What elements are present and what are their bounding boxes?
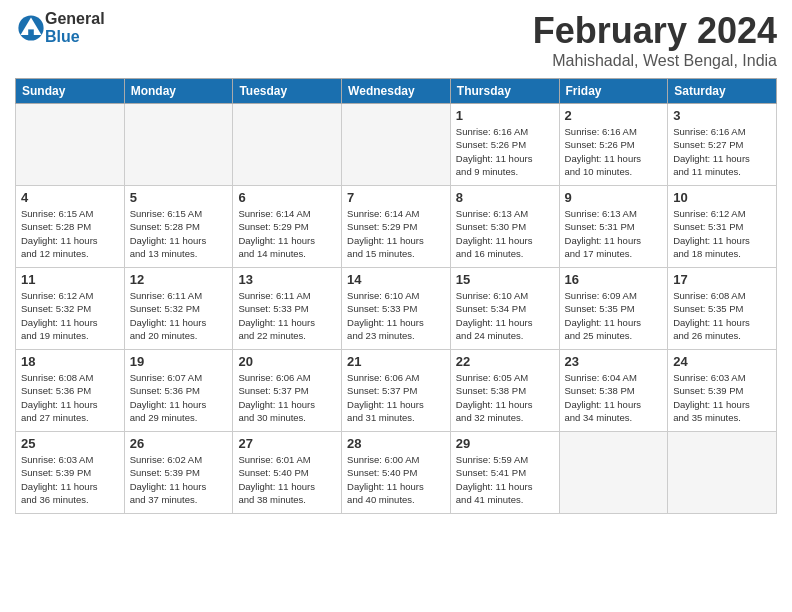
calendar-table: SundayMondayTuesdayWednesdayThursdayFrid… (15, 78, 777, 514)
day-info: Sunrise: 6:00 AM Sunset: 5:40 PM Dayligh… (347, 453, 445, 506)
day-number: 9 (565, 190, 663, 205)
day-number: 12 (130, 272, 228, 287)
day-cell: 12Sunrise: 6:11 AM Sunset: 5:32 PM Dayli… (124, 268, 233, 350)
day-number: 26 (130, 436, 228, 451)
svg-rect-2 (28, 29, 34, 35)
day-cell: 20Sunrise: 6:06 AM Sunset: 5:37 PM Dayli… (233, 350, 342, 432)
day-cell: 19Sunrise: 6:07 AM Sunset: 5:36 PM Dayli… (124, 350, 233, 432)
header-cell-sunday: Sunday (16, 79, 125, 104)
day-cell (668, 432, 777, 514)
day-number: 4 (21, 190, 119, 205)
week-row-2: 11Sunrise: 6:12 AM Sunset: 5:32 PM Dayli… (16, 268, 777, 350)
day-cell (124, 104, 233, 186)
day-cell: 23Sunrise: 6:04 AM Sunset: 5:38 PM Dayli… (559, 350, 668, 432)
day-info: Sunrise: 6:15 AM Sunset: 5:28 PM Dayligh… (130, 207, 228, 260)
header-cell-friday: Friday (559, 79, 668, 104)
day-info: Sunrise: 6:14 AM Sunset: 5:29 PM Dayligh… (347, 207, 445, 260)
location: Mahishadal, West Bengal, India (533, 52, 777, 70)
day-info: Sunrise: 6:06 AM Sunset: 5:37 PM Dayligh… (347, 371, 445, 424)
day-number: 5 (130, 190, 228, 205)
day-cell: 28Sunrise: 6:00 AM Sunset: 5:40 PM Dayli… (342, 432, 451, 514)
day-number: 19 (130, 354, 228, 369)
day-cell: 13Sunrise: 6:11 AM Sunset: 5:33 PM Dayli… (233, 268, 342, 350)
day-number: 25 (21, 436, 119, 451)
day-info: Sunrise: 6:03 AM Sunset: 5:39 PM Dayligh… (21, 453, 119, 506)
week-row-0: 1Sunrise: 6:16 AM Sunset: 5:26 PM Daylig… (16, 104, 777, 186)
day-info: Sunrise: 6:06 AM Sunset: 5:37 PM Dayligh… (238, 371, 336, 424)
day-cell (559, 432, 668, 514)
day-info: Sunrise: 6:01 AM Sunset: 5:40 PM Dayligh… (238, 453, 336, 506)
day-info: Sunrise: 6:11 AM Sunset: 5:33 PM Dayligh… (238, 289, 336, 342)
day-number: 17 (673, 272, 771, 287)
day-cell: 29Sunrise: 5:59 AM Sunset: 5:41 PM Dayli… (450, 432, 559, 514)
day-info: Sunrise: 6:11 AM Sunset: 5:32 PM Dayligh… (130, 289, 228, 342)
day-number: 15 (456, 272, 554, 287)
week-row-4: 25Sunrise: 6:03 AM Sunset: 5:39 PM Dayli… (16, 432, 777, 514)
day-cell: 11Sunrise: 6:12 AM Sunset: 5:32 PM Dayli… (16, 268, 125, 350)
day-number: 10 (673, 190, 771, 205)
day-number: 1 (456, 108, 554, 123)
day-cell: 6Sunrise: 6:14 AM Sunset: 5:29 PM Daylig… (233, 186, 342, 268)
day-cell: 21Sunrise: 6:06 AM Sunset: 5:37 PM Dayli… (342, 350, 451, 432)
day-info: Sunrise: 6:13 AM Sunset: 5:30 PM Dayligh… (456, 207, 554, 260)
day-cell: 7Sunrise: 6:14 AM Sunset: 5:29 PM Daylig… (342, 186, 451, 268)
day-cell: 22Sunrise: 6:05 AM Sunset: 5:38 PM Dayli… (450, 350, 559, 432)
day-cell: 15Sunrise: 6:10 AM Sunset: 5:34 PM Dayli… (450, 268, 559, 350)
day-cell: 1Sunrise: 6:16 AM Sunset: 5:26 PM Daylig… (450, 104, 559, 186)
day-cell: 2Sunrise: 6:16 AM Sunset: 5:26 PM Daylig… (559, 104, 668, 186)
day-number: 28 (347, 436, 445, 451)
header-cell-monday: Monday (124, 79, 233, 104)
header-cell-thursday: Thursday (450, 79, 559, 104)
logo: General Blue (15, 10, 105, 45)
day-number: 24 (673, 354, 771, 369)
day-cell: 17Sunrise: 6:08 AM Sunset: 5:35 PM Dayli… (668, 268, 777, 350)
day-info: Sunrise: 6:09 AM Sunset: 5:35 PM Dayligh… (565, 289, 663, 342)
logo-blue: Blue (45, 28, 105, 46)
day-cell: 4Sunrise: 6:15 AM Sunset: 5:28 PM Daylig… (16, 186, 125, 268)
day-cell: 16Sunrise: 6:09 AM Sunset: 5:35 PM Dayli… (559, 268, 668, 350)
day-cell: 10Sunrise: 6:12 AM Sunset: 5:31 PM Dayli… (668, 186, 777, 268)
day-cell: 9Sunrise: 6:13 AM Sunset: 5:31 PM Daylig… (559, 186, 668, 268)
day-cell: 26Sunrise: 6:02 AM Sunset: 5:39 PM Dayli… (124, 432, 233, 514)
day-cell: 18Sunrise: 6:08 AM Sunset: 5:36 PM Dayli… (16, 350, 125, 432)
day-info: Sunrise: 6:10 AM Sunset: 5:33 PM Dayligh… (347, 289, 445, 342)
logo-icon (17, 14, 45, 42)
day-cell: 25Sunrise: 6:03 AM Sunset: 5:39 PM Dayli… (16, 432, 125, 514)
day-number: 20 (238, 354, 336, 369)
day-info: Sunrise: 6:08 AM Sunset: 5:36 PM Dayligh… (21, 371, 119, 424)
day-number: 3 (673, 108, 771, 123)
day-info: Sunrise: 6:07 AM Sunset: 5:36 PM Dayligh… (130, 371, 228, 424)
day-info: Sunrise: 6:03 AM Sunset: 5:39 PM Dayligh… (673, 371, 771, 424)
day-info: Sunrise: 6:12 AM Sunset: 5:32 PM Dayligh… (21, 289, 119, 342)
day-number: 11 (21, 272, 119, 287)
day-cell (342, 104, 451, 186)
day-number: 22 (456, 354, 554, 369)
day-number: 18 (21, 354, 119, 369)
day-cell (233, 104, 342, 186)
day-number: 29 (456, 436, 554, 451)
day-number: 16 (565, 272, 663, 287)
day-info: Sunrise: 6:10 AM Sunset: 5:34 PM Dayligh… (456, 289, 554, 342)
month-title: February 2024 (533, 10, 777, 52)
day-cell: 27Sunrise: 6:01 AM Sunset: 5:40 PM Dayli… (233, 432, 342, 514)
header-row: SundayMondayTuesdayWednesdayThursdayFrid… (16, 79, 777, 104)
day-cell (16, 104, 125, 186)
day-info: Sunrise: 5:59 AM Sunset: 5:41 PM Dayligh… (456, 453, 554, 506)
title-block: February 2024 Mahishadal, West Bengal, I… (533, 10, 777, 70)
logo-text: General Blue (45, 10, 105, 45)
day-info: Sunrise: 6:05 AM Sunset: 5:38 PM Dayligh… (456, 371, 554, 424)
logo-general: General (45, 10, 105, 28)
day-info: Sunrise: 6:15 AM Sunset: 5:28 PM Dayligh… (21, 207, 119, 260)
day-cell: 3Sunrise: 6:16 AM Sunset: 5:27 PM Daylig… (668, 104, 777, 186)
week-row-1: 4Sunrise: 6:15 AM Sunset: 5:28 PM Daylig… (16, 186, 777, 268)
day-cell: 8Sunrise: 6:13 AM Sunset: 5:30 PM Daylig… (450, 186, 559, 268)
day-info: Sunrise: 6:02 AM Sunset: 5:39 PM Dayligh… (130, 453, 228, 506)
header-cell-tuesday: Tuesday (233, 79, 342, 104)
header: General Blue February 2024 Mahishadal, W… (15, 10, 777, 70)
day-cell: 24Sunrise: 6:03 AM Sunset: 5:39 PM Dayli… (668, 350, 777, 432)
page-container: General Blue February 2024 Mahishadal, W… (0, 0, 792, 524)
day-number: 21 (347, 354, 445, 369)
day-number: 23 (565, 354, 663, 369)
day-cell: 5Sunrise: 6:15 AM Sunset: 5:28 PM Daylig… (124, 186, 233, 268)
day-info: Sunrise: 6:13 AM Sunset: 5:31 PM Dayligh… (565, 207, 663, 260)
